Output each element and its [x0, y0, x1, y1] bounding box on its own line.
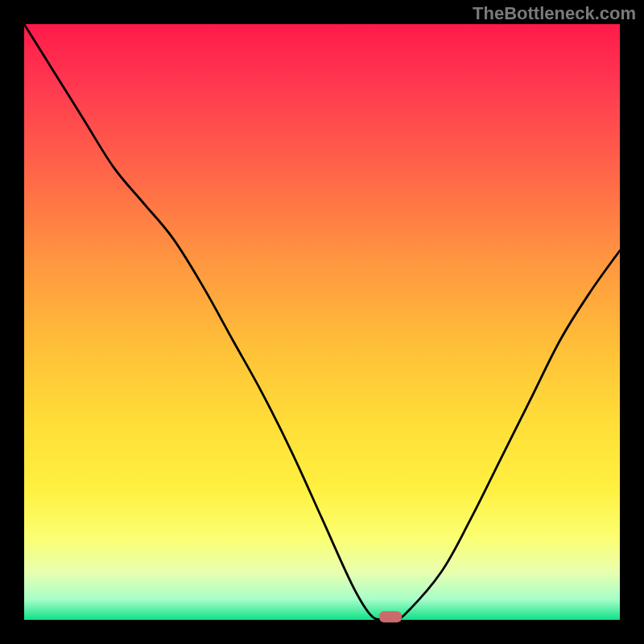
- bottleneck-chart: [0, 0, 644, 644]
- optimal-marker: [379, 611, 402, 622]
- plot-area: [24, 24, 620, 620]
- watermark-text: TheBottleneck.com: [473, 3, 636, 24]
- chart-container: TheBottleneck.com: [0, 0, 644, 644]
